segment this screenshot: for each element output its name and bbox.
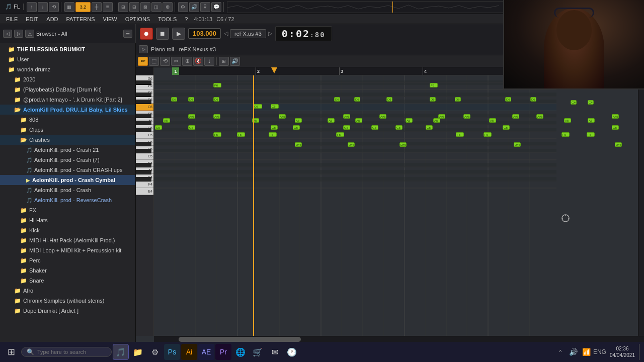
piano-key-Ds5[interactable] [136, 142, 151, 146]
note[interactable]: A5 [489, 118, 496, 123]
note[interactable]: F6 [213, 83, 221, 87]
pr-vol-btn[interactable]: 🔊 [230, 57, 240, 66]
note[interactable]: A#5 [612, 114, 619, 119]
sidebar-item-chronix[interactable]: 📁 Chronix Samples (without stems) [0, 296, 135, 306]
sidebar-item-reversecrash[interactable]: 🎵 AelomKill. prod - ReverseCrash [0, 195, 135, 205]
note[interactable]: D6 [171, 97, 177, 102]
note[interactable]: C#6 [571, 100, 577, 105]
note[interactable]: F5 [587, 132, 595, 137]
sidebar-item-user[interactable]: 📁 User [0, 54, 135, 64]
piano-key-Cs6[interactable] [136, 100, 151, 104]
menu-file[interactable]: FILE [2, 15, 22, 23]
toolbar-song-btn[interactable]: 3.2 [75, 2, 91, 12]
note[interactable]: A#5 [463, 114, 470, 119]
note[interactable]: A#5 [213, 114, 220, 119]
taskbar-app-mail[interactable]: ✉ [267, 344, 283, 360]
toolbar-btn-3[interactable]: ⟲ [49, 2, 59, 12]
note[interactable]: F5 [561, 132, 570, 137]
tray-network[interactable]: 🔊 [568, 345, 580, 359]
sidebar-item-crashes[interactable]: 📂 Crashes [0, 135, 135, 145]
menu-tools[interactable]: TOOLS [154, 15, 181, 23]
menu-help[interactable]: ? [181, 15, 192, 23]
taskbar-app-pr[interactable]: Pr [215, 344, 231, 360]
note[interactable]: D6 [430, 97, 436, 102]
browser-fwd-btn[interactable]: ▷ [14, 30, 23, 38]
note[interactable]: A#5 [512, 114, 519, 119]
sidebar-item-crash[interactable]: 🎵 AelomKill. prod - Crash [0, 185, 135, 195]
taskbar-app-store[interactable]: 🛒 [250, 344, 266, 360]
note[interactable]: A5 [295, 118, 302, 123]
note[interactable]: G5 [612, 125, 619, 130]
taskbar-app-settings[interactable]: ⚙ [147, 344, 163, 360]
toolbar-fx3[interactable]: ⊠ [140, 2, 150, 12]
note[interactable]: C#6 [588, 100, 594, 105]
menu-view[interactable]: VIEW [99, 15, 121, 23]
toolbar-fx4[interactable]: ◫ [151, 2, 162, 12]
toolbar-fx5[interactable]: ⊕ [163, 2, 173, 12]
note[interactable]: F5 [484, 132, 492, 137]
toolbar-mix1[interactable]: ⚙ [178, 2, 188, 12]
toolbar-step-btn[interactable]: ┼ [92, 2, 102, 12]
piano-key-F4[interactable]: F4 [136, 181, 153, 188]
note[interactable]: C6 [253, 104, 262, 109]
sidebar-item-whitemayo[interactable]: 📁 @prod.whitemayo - '..k Drum Kit [Part … [0, 95, 135, 105]
note[interactable]: A#5 [279, 114, 286, 119]
toolbar-btn-1[interactable]: ↑ [27, 2, 37, 12]
piano-key-F5[interactable]: F5 [136, 132, 153, 139]
sidebar-item-shaker[interactable]: 📁 Shaker [0, 265, 135, 276]
toolbar-fx2[interactable]: ⊟ [129, 2, 139, 12]
taskbar-app-ps[interactable]: Ps [164, 344, 180, 360]
menu-add[interactable]: ADD [42, 15, 62, 23]
note[interactable]: D#5 [514, 142, 521, 147]
piano-key-Gs5[interactable] [136, 121, 151, 125]
sidebar-item-aelomkill-main[interactable]: 📂 AelomKill Prod. DRU..Lil Baby, Lil Ski… [0, 105, 135, 115]
taskbar-app-folder[interactable]: 📁 [130, 344, 146, 360]
note[interactable]: D6 [213, 97, 219, 102]
transport-rec-btn[interactable]: ⏺ [140, 28, 153, 40]
note[interactable]: D6 [334, 97, 340, 102]
note[interactable]: G5 [426, 125, 433, 130]
pr-snap-btn[interactable]: ⊞ [219, 57, 229, 66]
sidebar-item-blessing[interactable]: 📁 THE BLESSING DRUMKIT [0, 44, 135, 54]
sidebar-item-crash21[interactable]: 🎵 AelomKill. prod - Crash 21 [0, 145, 135, 155]
note[interactable]: G5 [155, 125, 162, 130]
tray-battery[interactable]: ENG [594, 345, 606, 359]
transport-stop-btn[interactable]: ⏹ [156, 28, 169, 40]
pr-nav-btn[interactable]: ▷ [139, 45, 148, 53]
note[interactable]: A5 [328, 118, 335, 123]
sidebar-item-crash7[interactable]: 🎵 AelomKill. prod - Crash (7) [0, 155, 135, 165]
menu-edit[interactable]: EDIT [22, 15, 42, 23]
note[interactable]: A5 [433, 118, 440, 123]
sidebar-item-crashups[interactable]: 🎵 AelomKill. prod - Crash CRASH ups [0, 165, 135, 175]
note[interactable]: G5 [188, 125, 195, 130]
toolbar-mix4[interactable]: 💬 [211, 2, 221, 12]
note[interactable]: A5 [564, 118, 571, 123]
toolbar-mix3[interactable]: 🎙 [200, 2, 210, 12]
note[interactable]: F5 [336, 132, 344, 137]
browser-menu-btn[interactable]: ☰ [123, 30, 132, 38]
note[interactable]: D#5 [615, 142, 622, 147]
sidebar-item-hihats[interactable]: 📁 Hi-Hats [0, 215, 135, 225]
note[interactable]: G5 [503, 125, 510, 130]
piano-key-Fs5[interactable] [136, 128, 151, 132]
sidebar-item-afro[interactable]: 📁 Afro [0, 286, 135, 296]
note[interactable]: D#5 [295, 142, 302, 147]
note[interactable]: A5 [163, 118, 170, 123]
note[interactable]: A5 [252, 118, 259, 123]
toolbar-pattern-btn[interactable]: ▦ [64, 2, 74, 12]
note[interactable]: G5 [371, 125, 378, 130]
sidebar-item-playobeats[interactable]: 📁 (Playobeats) DaBaby [Drum Kit] [0, 84, 135, 95]
note[interactable]: D6 [188, 97, 194, 102]
pattern-label[interactable]: reFX.us #3 [230, 29, 266, 38]
piano-key-Cs5[interactable] [136, 149, 151, 153]
pr-deloop-btn[interactable]: ⟲ [160, 57, 170, 66]
piano-key-As4[interactable] [136, 163, 151, 167]
right-scrollbar[interactable] [638, 67, 644, 336]
piano-key-As5[interactable] [136, 114, 151, 118]
note[interactable]: A#5 [343, 114, 350, 119]
note[interactable]: D6 [530, 97, 536, 102]
taskbar-app-chrome[interactable]: 🌐 [232, 344, 249, 360]
note[interactable]: G5 [271, 125, 278, 130]
pr-note-btn[interactable]: ♩ [204, 57, 214, 66]
note[interactable]: D6 [505, 97, 511, 102]
